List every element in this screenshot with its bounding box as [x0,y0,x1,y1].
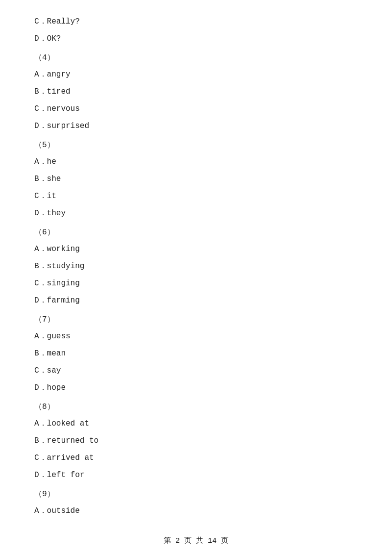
question-number-7: （5） [34,138,358,152]
question-number-12: （6） [34,226,358,240]
question-number-2: （4） [34,51,358,65]
option-item-5: C．nervous [34,102,358,116]
option-item-10: C．it [34,189,358,203]
page-content: C．Really?D．OK?（4）A．angryB．tiredC．nervous… [0,0,392,551]
option-item-28: A．outside [34,504,358,518]
option-item-20: C．say [34,364,358,378]
option-item-16: D．farming [34,294,358,308]
option-item-24: B．returned to [34,434,358,448]
option-item-25: C．arrived at [34,451,358,465]
option-item-6: D．surprised [34,119,358,133]
question-number-27: （9） [34,487,358,502]
option-item-9: B．she [34,172,358,186]
option-item-21: D．hope [34,381,358,395]
option-item-19: B．mean [34,347,358,361]
option-item-8: A．he [34,155,358,169]
option-item-3: A．angry [34,68,358,82]
option-item-0: C．Really? [34,15,358,29]
option-item-1: D．OK? [34,32,358,46]
option-item-26: D．left for [34,468,358,482]
option-item-15: C．singing [34,277,358,291]
option-item-18: A．guess [34,329,358,344]
question-number-17: （7） [34,313,358,327]
option-item-14: B．studying [34,259,358,274]
option-item-23: A．looked at [34,417,358,431]
page-footer: 第 2 页 共 14 页 [0,536,392,545]
option-item-13: A．working [34,242,358,256]
option-item-11: D．they [34,206,358,221]
option-item-4: B．tired [34,85,358,99]
question-number-22: （8） [34,400,358,414]
